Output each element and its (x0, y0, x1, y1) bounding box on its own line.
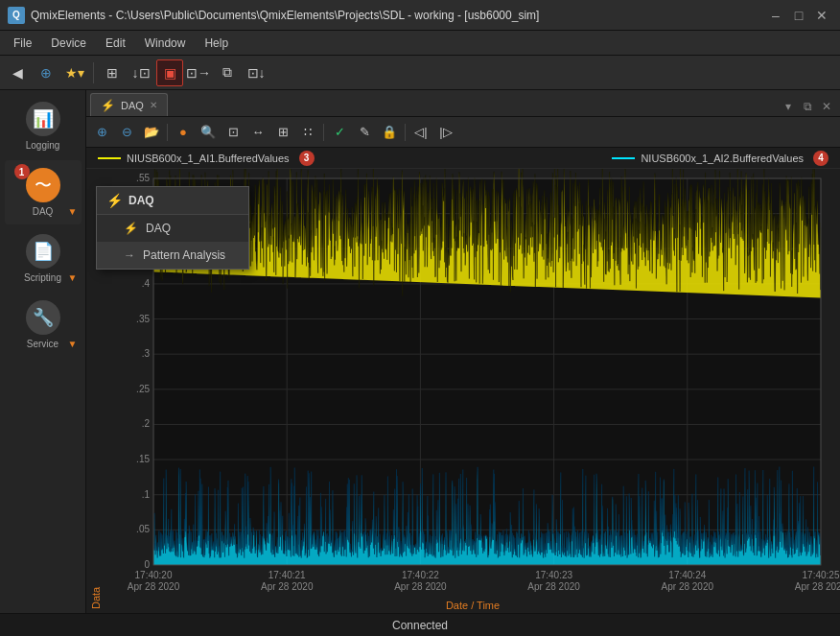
sub-btn-2[interactable]: ⊖ (115, 121, 138, 144)
sub-btn-zoom-w[interactable]: ↔ (246, 121, 269, 144)
scripting-icon: 📄 (26, 234, 60, 269)
bookmark-button[interactable]: ★▾ (61, 59, 88, 86)
sidebar-item-service[interactable]: 🔧 Service ▼ (5, 293, 82, 357)
legend-bar: NIUSB600x_1_AI1.BufferedValues 3 NIUSB60… (86, 148, 840, 169)
legend-item-2: NIUSB600x_1_AI2.BufferedValues 4 (612, 151, 828, 166)
tab-menu-button[interactable]: ▾ (779, 97, 798, 116)
content-area: ⚡ DAQ ✕ ▾ ⧉ ✕ ⊕ ⊖ 📂 ● 🔍 ⊡ ↔ ⊞ ∷ ✓ (86, 90, 840, 613)
sidebar-item-scripting[interactable]: 📄 Scripting ▼ (5, 226, 82, 291)
dropdown-header-text: DAQ (128, 194, 154, 207)
import-button[interactable]: ↓⊡ (128, 59, 154, 86)
sidebar-item-logging[interactable]: 📊 Logging (5, 94, 82, 158)
sub-btn-info[interactable]: 🔒 (378, 121, 401, 144)
title-bar: Q QmixElements - C:\Users\Public\Documen… (0, 0, 840, 31)
legend-line-2 (612, 157, 635, 159)
close-button[interactable]: ✕ (811, 6, 832, 25)
dropdown-daq-label: DAQ (146, 222, 171, 235)
back-button[interactable]: ◀ (4, 59, 31, 86)
minimize-button[interactable]: – (765, 6, 786, 25)
copy-button[interactable]: ⧉ (214, 59, 241, 86)
daq-label: DAQ (33, 206, 54, 217)
legend-line-1 (98, 157, 121, 159)
status-bar: Connected (0, 613, 840, 636)
menu-help[interactable]: Help (195, 33, 238, 54)
status-text: Connected (392, 619, 448, 632)
service-icon: 🔧 (26, 300, 60, 335)
sub-btn-zoom-in[interactable]: 🔍 (197, 121, 220, 144)
active-button[interactable]: ▣ (156, 59, 183, 86)
title-text: QmixElements - C:\Users\Public\Documents… (31, 9, 763, 22)
dropdown-daq-icon: ⚡ (124, 222, 138, 235)
dropdown-item-pattern[interactable]: → Pattern Analysis (97, 242, 248, 269)
maximize-button[interactable]: □ (788, 6, 809, 25)
menu-file[interactable]: File (4, 33, 41, 54)
forward-button[interactable]: ⊡↓ (243, 59, 269, 86)
sub-sep-1 (167, 124, 168, 141)
export-button[interactable]: ⊡→ (185, 59, 212, 86)
menu-edit[interactable]: Edit (96, 33, 135, 54)
daq-icon: 〜 (26, 168, 60, 202)
sub-btn-grid[interactable]: ⊞ (271, 121, 294, 144)
tab-controls: ▾ ⧉ ✕ (779, 97, 840, 116)
sub-sep-3 (405, 124, 406, 141)
dropdown-header: ⚡ DAQ (97, 187, 248, 215)
tab-icon: ⚡ (101, 99, 115, 112)
menu-device[interactable]: Device (41, 33, 96, 54)
daq-expand-icon: ▼ (68, 206, 78, 217)
sub-btn-prev[interactable]: ◁| (409, 121, 432, 144)
daq-tab[interactable]: ⚡ DAQ ✕ (90, 93, 168, 116)
tab-close-button[interactable]: ✕ (150, 100, 157, 110)
service-expand-icon: ▼ (68, 339, 78, 349)
toolbar-separator-1 (93, 62, 94, 83)
main-toolbar: ◀ ⊕ ★▾ ⊞ ↓⊡ ▣ ⊡→ ⧉ ⊡↓ (0, 56, 840, 90)
sub-btn-next[interactable]: |▷ (434, 121, 457, 144)
sub-btn-edit[interactable]: ✎ (353, 121, 376, 144)
legend-item-1: NIUSB600x_1_AI1.BufferedValues 3 (98, 151, 315, 166)
sub-btn-1[interactable]: ⊕ (90, 121, 113, 144)
dropdown-menu: ⚡ DAQ ⚡ DAQ → Pattern Analysis (96, 186, 249, 270)
sidebar-item-daq[interactable]: 1 〜 DAQ ▼ (5, 160, 82, 224)
logging-label: Logging (26, 140, 60, 151)
tab-label: DAQ (121, 100, 144, 111)
legend-label-2: NIUSB600x_1_AI2.BufferedValues (641, 153, 804, 164)
scripting-label: Scripting (24, 272, 61, 283)
scripting-expand-icon: ▼ (68, 272, 78, 283)
service-label: Service (27, 339, 58, 349)
badge-3: 3 (299, 151, 315, 166)
badge-4: 4 (813, 151, 828, 166)
sidebar: 📊 Logging 1 〜 DAQ ▼ 📄 Scripting ▼ 🔧 Serv… (0, 90, 86, 613)
sub-sep-2 (323, 124, 324, 141)
dropdown-pattern-label: Pattern Analysis (143, 248, 225, 262)
sub-btn-3[interactable]: 📂 (140, 121, 163, 144)
sub-btn-check[interactable]: ✓ (328, 121, 351, 144)
dropdown-header-icon: ⚡ (106, 193, 123, 208)
badge-1: 1 (14, 164, 30, 179)
add-button[interactable]: ⊕ (33, 59, 59, 86)
legend-label-1: NIUSB600x_1_AI1.BufferedValues (127, 153, 290, 164)
menu-window[interactable]: Window (135, 33, 196, 54)
sub-btn-zoom-fit[interactable]: ⊡ (222, 121, 245, 144)
sub-toolbar: ⊕ ⊖ 📂 ● 🔍 ⊡ ↔ ⊞ ∷ ✓ ✎ 🔒 ◁| |▷ (86, 117, 840, 148)
main-area: 📊 Logging 1 〜 DAQ ▼ 📄 Scripting ▼ 🔧 Serv… (0, 90, 840, 613)
tab-bar: ⚡ DAQ ✕ ▾ ⧉ ✕ (86, 90, 840, 117)
app-icon: Q (8, 7, 25, 24)
tab-float-button[interactable]: ⧉ (798, 97, 817, 116)
logging-icon: 📊 (26, 102, 60, 136)
tab-close-all-button[interactable]: ✕ (817, 97, 836, 116)
menu-bar: File Device Edit Window Help (0, 31, 840, 56)
dropdown-pattern-icon: → (124, 248, 135, 262)
x-axis-label: Date / Time (446, 600, 500, 611)
dropdown-item-daq[interactable]: ⚡ DAQ (97, 215, 248, 242)
grid-button[interactable]: ⊞ (99, 59, 126, 86)
sub-btn-scatter[interactable]: ∷ (296, 121, 319, 144)
sub-btn-circle[interactable]: ● (172, 121, 195, 144)
